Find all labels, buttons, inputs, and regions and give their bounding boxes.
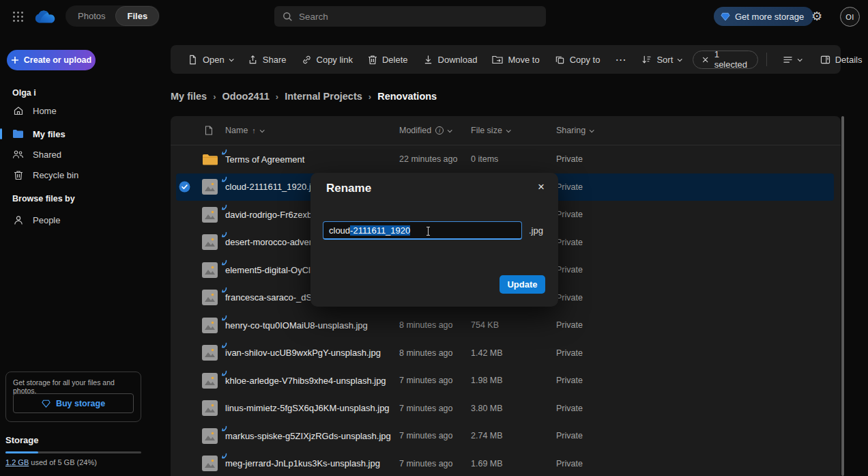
more-options-button[interactable]: ⋯: [607, 49, 634, 70]
chevron-down-icon: [260, 128, 265, 132]
view-options-button[interactable]: [775, 49, 809, 70]
breadcrumb-item[interactable]: My files: [171, 91, 216, 102]
sharing-cell[interactable]: Private: [556, 450, 583, 476]
rename-input[interactable]: cloud-2111611_1920: [323, 221, 522, 240]
file-size-cell: 754 KB: [471, 311, 499, 339]
image-thumbnail-icon: [202, 400, 218, 416]
file-name-cell[interactable]: meg-jerrard-JnLp1kus3Ks-unsplash.jpg: [225, 450, 380, 476]
file-name-cell[interactable]: linus-mimietz-5fgSX6qJ6KM-unsplash.jpg: [225, 395, 390, 423]
table-row[interactable]: henry-co-tqu0IOMaiU8-unsplash.jpg 8 minu…: [176, 311, 834, 339]
create-or-upload-button[interactable]: Create or upload: [7, 50, 96, 70]
filename-text: cloud: [329, 225, 350, 236]
share-button[interactable]: Share: [240, 49, 294, 70]
download-button[interactable]: Download: [416, 49, 485, 70]
modified-cell: 8 minutes ago: [399, 311, 453, 339]
sidebar-item-my-files[interactable]: My files: [5, 124, 158, 144]
column-header-modified[interactable]: Modified i: [399, 116, 451, 145]
settings-gear-icon[interactable]: ⚙: [811, 9, 822, 24]
move-to-button[interactable]: Move to: [484, 49, 547, 70]
sharing-cell[interactable]: Private: [556, 284, 583, 312]
sharing-cell[interactable]: Private: [556, 145, 583, 173]
chevron-down-icon: [797, 57, 802, 61]
modified-cell: 7 minutes ago: [399, 367, 453, 395]
sidebar-item-recycle-bin[interactable]: Recycle bin: [5, 165, 158, 185]
file-type-icon: [202, 422, 218, 450]
file-name-cell[interactable]: francesca-saraco-_dS27: [225, 284, 322, 312]
shortcut-arrow-badge-icon: [220, 204, 227, 211]
get-more-storage-button[interactable]: Get more storage: [714, 7, 813, 26]
column-header-file-size[interactable]: File size: [471, 116, 510, 145]
storage-used-link[interactable]: 1.2 GB: [5, 458, 29, 466]
trash-icon: [368, 55, 377, 65]
buy-storage-button[interactable]: Buy storage: [13, 393, 134, 413]
sharing-cell[interactable]: Private: [556, 395, 583, 423]
onedrive-logo-icon[interactable]: [34, 7, 57, 25]
table-row[interactable]: meg-jerrard-JnLp1kus3Ks-unsplash.jpg 7 m…: [176, 450, 834, 476]
sort-ascending-icon: ↑: [252, 126, 256, 135]
sidebar-item-shared[interactable]: Shared: [5, 144, 158, 165]
sharing-cell[interactable]: Private: [556, 311, 583, 339]
clear-selection-pill[interactable]: 1 selected: [693, 51, 758, 69]
app-launcher-icon[interactable]: [10, 8, 26, 25]
copy-to-button[interactable]: Copy to: [547, 49, 608, 70]
sidebar-item-people[interactable]: People: [5, 210, 158, 230]
shared-people-icon: [12, 150, 24, 159]
sharing-cell[interactable]: Private: [556, 339, 583, 367]
sidebar-item-home[interactable]: Home: [5, 100, 158, 121]
file-name-cell[interactable]: cloud-2111611_1920.jpg: [225, 173, 321, 201]
file-type-icon: [202, 339, 218, 367]
tab-photos[interactable]: Photos: [67, 7, 116, 25]
sort-button[interactable]: Sort: [634, 49, 689, 70]
dialog-close-icon[interactable]: ×: [538, 180, 545, 194]
file-type-icon: [202, 256, 218, 284]
file-type-icon: [202, 229, 218, 257]
column-header-sharing[interactable]: Sharing: [556, 116, 593, 145]
breadcrumb-item[interactable]: Odoo2411: [222, 91, 279, 102]
file-name-cell[interactable]: desert-morocco-advent: [225, 229, 317, 257]
chevron-down-icon: [678, 57, 682, 61]
file-type-column-icon[interactable]: [205, 116, 213, 145]
image-thumbnail-icon: [202, 456, 218, 471]
table-row[interactable]: Terms of Agreement 22 minutes ago 0 item…: [176, 145, 834, 173]
file-name-cell[interactable]: david-rodrigo-Fr6zexbr: [225, 201, 315, 229]
account-avatar[interactable]: OI: [840, 7, 860, 27]
update-button[interactable]: Update: [500, 275, 545, 294]
table-row[interactable]: khloe-arledge-V7hibs9xhe4-unsplash.jpg 7…: [176, 367, 834, 395]
shortcut-arrow-badge-icon: [220, 315, 227, 322]
table-row[interactable]: markus-spiske-g5ZIXjzRGds-unsplash.jpg 7…: [176, 422, 834, 450]
file-type-icon: [202, 284, 218, 312]
copy-link-button[interactable]: Copy link: [294, 49, 360, 70]
search-input[interactable]: Search: [274, 6, 546, 27]
tab-files[interactable]: Files: [116, 7, 158, 25]
file-name-cell[interactable]: Terms of Agreement: [225, 145, 304, 173]
sharing-cell[interactable]: Private: [556, 422, 583, 450]
sharing-cell[interactable]: Private: [556, 367, 583, 395]
selected-check-icon[interactable]: [179, 173, 190, 201]
sharing-cell[interactable]: Private: [556, 201, 583, 229]
table-row[interactable]: ivan-shilov-ucUB9wxkPgY-unsplash.jpg 8 m…: [176, 339, 834, 367]
info-icon: i: [435, 126, 444, 135]
vertical-scrollbar[interactable]: [841, 116, 844, 476]
sharing-cell[interactable]: Private: [556, 173, 583, 201]
premium-diamond-icon: [721, 12, 730, 21]
person-icon: [12, 215, 24, 225]
file-name-cell[interactable]: markus-spiske-g5ZIXjzRGds-unsplash.jpg: [225, 422, 391, 450]
plus-icon: [11, 56, 19, 64]
file-name-cell[interactable]: khloe-arledge-V7hibs9xhe4-unsplash.jpg: [225, 367, 386, 395]
column-header-name[interactable]: Name ↑: [225, 116, 263, 145]
sharing-cell[interactable]: Private: [556, 256, 583, 284]
share-icon: [248, 55, 258, 65]
file-name-cell[interactable]: henry-co-tqu0IOMaiU8-unsplash.jpg: [225, 311, 368, 339]
file-name-cell[interactable]: ivan-shilov-ucUB9wxkPgY-unsplash.jpg: [225, 339, 381, 367]
open-button[interactable]: Open: [180, 49, 240, 70]
delete-button[interactable]: Delete: [360, 49, 416, 70]
table-row[interactable]: linus-mimietz-5fgSX6qJ6KM-unsplash.jpg 7…: [176, 395, 834, 423]
folder-icon: [12, 129, 24, 139]
details-button[interactable]: Details: [813, 49, 868, 70]
rename-dialog: Rename × cloud-2111611_1920 .jpg Update: [310, 173, 558, 307]
breadcrumb-item[interactable]: Internal Projects: [285, 91, 371, 102]
selected-count: 1 selected: [714, 49, 749, 70]
file-name-cell[interactable]: element5-digital-OyCl7: [225, 256, 315, 284]
search-icon: [283, 12, 293, 22]
sharing-cell[interactable]: Private: [556, 229, 583, 257]
